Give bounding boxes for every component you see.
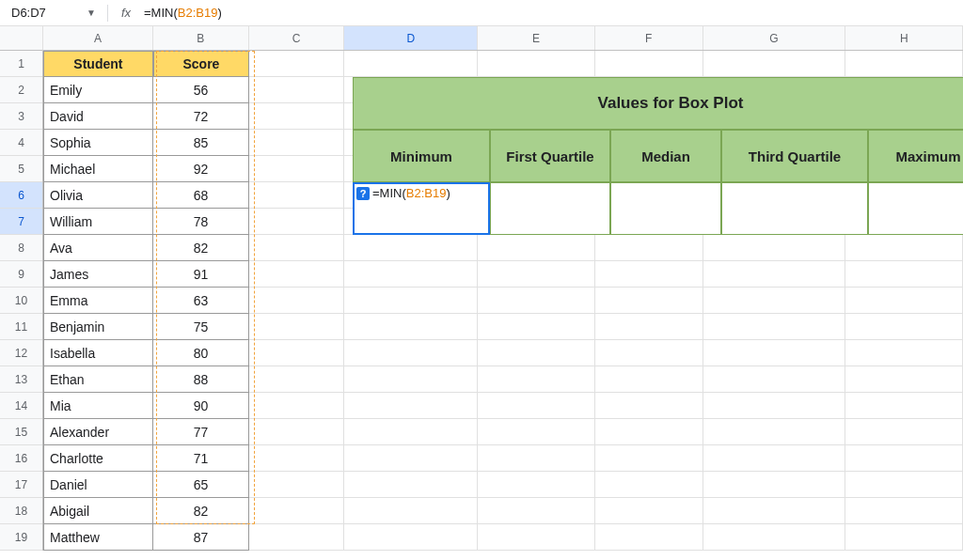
cell-B3[interactable]: 72 [153, 103, 249, 130]
cell-A16[interactable]: Charlotte [43, 445, 153, 472]
boxplot-header-first-quartile[interactable]: First Quartile [490, 130, 610, 182]
cell-F1[interactable] [595, 51, 703, 77]
cell-E16[interactable] [478, 445, 595, 472]
cell-H14[interactable] [845, 393, 963, 419]
cell-G19[interactable] [703, 524, 846, 551]
cell-C9[interactable] [249, 261, 344, 288]
cell-A10[interactable]: Emma [43, 288, 153, 314]
cell-D15[interactable] [344, 419, 478, 445]
cell-H9[interactable] [845, 261, 963, 288]
cell-F8[interactable] [595, 235, 703, 261]
cell-E19[interactable] [478, 524, 595, 551]
cell-A12[interactable]: Isabella [43, 340, 153, 366]
cells-grid[interactable]: StudentScoreEmily56David72Sophia85Michae… [43, 51, 963, 551]
cell-F15[interactable] [595, 419, 703, 445]
cell-B10[interactable]: 63 [153, 288, 249, 314]
cell-G18[interactable] [703, 498, 846, 524]
cell-D19[interactable] [344, 524, 478, 551]
cell-A19[interactable]: Matthew [43, 524, 153, 551]
cell-F18[interactable] [595, 498, 703, 524]
column-header-F[interactable]: F [595, 26, 703, 50]
cell-E15[interactable] [478, 419, 595, 445]
cell-B13[interactable]: 88 [153, 366, 249, 393]
row-header-1[interactable]: 1 [0, 51, 42, 77]
cell-F10[interactable] [595, 288, 703, 314]
cell-H15[interactable] [845, 419, 963, 445]
cell-F9[interactable] [595, 261, 703, 288]
cell-C19[interactable] [249, 524, 344, 551]
cell-B2[interactable]: 56 [153, 77, 249, 103]
cell-E1[interactable] [478, 51, 595, 77]
column-header-H[interactable]: H [845, 26, 963, 50]
cell-D14[interactable] [344, 393, 478, 419]
cell-E14[interactable] [478, 393, 595, 419]
cell-A6[interactable]: Olivia [43, 182, 153, 209]
boxplot-header-median[interactable]: Median [610, 130, 721, 182]
boxplot-header-minimum[interactable]: Minimum [353, 130, 490, 182]
cell-C3[interactable] [249, 103, 344, 130]
cell-F12[interactable] [595, 340, 703, 366]
cell-D13[interactable] [344, 366, 478, 393]
cell-A1[interactable]: Student [43, 51, 153, 77]
cell-C11[interactable] [249, 314, 344, 340]
cell-D11[interactable] [344, 314, 478, 340]
row-header-18[interactable]: 18 [0, 498, 42, 524]
column-header-E[interactable]: E [478, 26, 595, 50]
column-header-A[interactable]: A [43, 26, 153, 50]
cell-D10[interactable] [344, 288, 478, 314]
cell-C7[interactable] [249, 209, 344, 235]
cell-G13[interactable] [703, 366, 846, 393]
row-header-8[interactable]: 8 [0, 235, 42, 261]
row-header-6[interactable]: 6 [0, 182, 42, 209]
cell-E13[interactable] [478, 366, 595, 393]
cell-D12[interactable] [344, 340, 478, 366]
cell-F13[interactable] [595, 366, 703, 393]
cell-A9[interactable]: James [43, 261, 153, 288]
boxplot-cell-F[interactable] [610, 182, 721, 235]
cell-B15[interactable]: 77 [153, 419, 249, 445]
cell-H11[interactable] [845, 314, 963, 340]
row-header-19[interactable]: 19 [0, 524, 42, 551]
row-header-11[interactable]: 11 [0, 314, 42, 340]
cell-B16[interactable]: 71 [153, 445, 249, 472]
row-header-3[interactable]: 3 [0, 103, 42, 130]
cell-G10[interactable] [703, 288, 846, 314]
cell-G8[interactable] [703, 235, 846, 261]
row-header-13[interactable]: 13 [0, 366, 42, 393]
boxplot-cell-H[interactable] [868, 182, 963, 235]
cell-B8[interactable]: 82 [153, 235, 249, 261]
cell-C16[interactable] [249, 445, 344, 472]
cell-F11[interactable] [595, 314, 703, 340]
cell-A2[interactable]: Emily [43, 77, 153, 103]
cell-C17[interactable] [249, 472, 344, 498]
cell-B18[interactable]: 82 [153, 498, 249, 524]
row-header-14[interactable]: 14 [0, 393, 42, 419]
cell-D6[interactable] [344, 182, 478, 209]
column-header-D[interactable]: D [344, 26, 478, 50]
boxplot-title[interactable]: Values for Box Plot [353, 77, 963, 130]
cell-B6[interactable]: 68 [153, 182, 249, 209]
cell-G17[interactable] [703, 472, 846, 498]
cell-B5[interactable]: 92 [153, 156, 249, 182]
cell-H8[interactable] [845, 235, 963, 261]
cell-F19[interactable] [595, 524, 703, 551]
cell-D8[interactable] [344, 235, 478, 261]
cell-G9[interactable] [703, 261, 846, 288]
cell-C8[interactable] [249, 235, 344, 261]
boxplot-cell-E[interactable] [490, 182, 610, 235]
cell-C4[interactable] [249, 130, 344, 156]
row-header-5[interactable]: 5 [0, 156, 42, 182]
formula-input[interactable]: =MIN(B2:B19) [140, 4, 957, 22]
cell-H17[interactable] [845, 472, 963, 498]
cell-C10[interactable] [249, 288, 344, 314]
cell-E17[interactable] [478, 472, 595, 498]
column-header-C[interactable]: C [249, 26, 344, 50]
cell-G11[interactable] [703, 314, 846, 340]
cell-H10[interactable] [845, 288, 963, 314]
cell-H18[interactable] [845, 498, 963, 524]
cell-A8[interactable]: Ava [43, 235, 153, 261]
cell-F17[interactable] [595, 472, 703, 498]
row-header-12[interactable]: 12 [0, 340, 42, 366]
cell-H12[interactable] [845, 340, 963, 366]
cell-C18[interactable] [249, 498, 344, 524]
